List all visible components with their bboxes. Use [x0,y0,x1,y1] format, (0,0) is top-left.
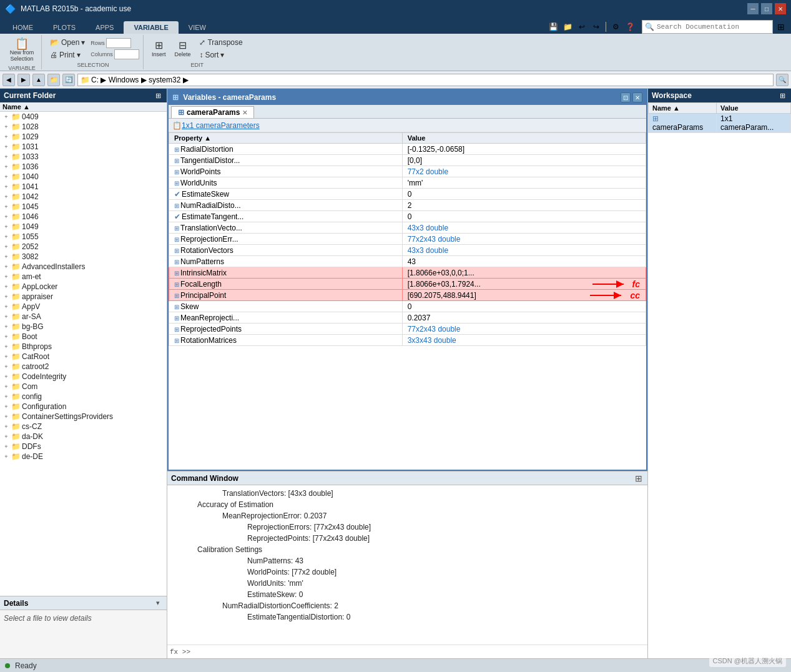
tree-item[interactable]: +📁1036 [0,162,167,172]
property-value-link[interactable]: 77x2x43 double [408,235,461,244]
expand-icon-btn[interactable]: ⊞ [775,21,787,33]
back-button[interactable]: ◀ [2,74,15,86]
var-window-undock-btn[interactable]: ⊡ [621,92,631,102]
tree-item[interactable]: +📁Bthprops [0,342,167,352]
columns-input[interactable] [114,49,139,59]
tree-item[interactable]: +📁AppLocker [0,282,167,292]
property-row[interactable]: ⊞TangentialDistor...[0,0] [169,155,646,166]
tab-apps[interactable]: APPS [86,21,124,34]
tree-item[interactable]: +📁1041 [0,182,167,192]
property-row[interactable]: ⊞IntrinsicMatrix[1.8066e+03,0,0;1... [169,267,646,279]
current-folder-expand-btn[interactable]: ⊞ [153,91,163,101]
tree-item[interactable]: +📁1045 [0,202,167,212]
open-button[interactable]: 📂 Open ▾ [47,37,88,48]
property-value-link[interactable]: 77x2 double [408,167,448,176]
details-expand-btn[interactable]: ▾ [153,598,163,608]
property-row[interactable]: ⊞NumPatterns43 [169,256,646,267]
rows-input[interactable] [106,38,131,48]
tab-home[interactable]: HOME [2,21,43,34]
tree-item[interactable]: +📁am-et [0,272,167,282]
tree-item[interactable]: +📁appraiser [0,292,167,302]
property-row[interactable]: ⊞NumRadialDisto...2 [169,200,646,211]
folder-icon-btn[interactable]: 📁 [561,21,574,33]
transpose-button[interactable]: ⤢ Transpose [196,37,245,48]
tree-item[interactable]: +📁de-DE [0,452,167,462]
tree-item[interactable]: +📁CodeIntegrity [0,372,167,382]
save-icon-btn[interactable]: 💾 [547,21,559,33]
workspace-expand-btn[interactable]: ⊞ [777,91,787,101]
tree-item[interactable]: +📁CatRoot [0,352,167,362]
tree-item[interactable]: +📁1031 [0,142,167,152]
property-row[interactable]: ✔EstimateTangent...0 [169,211,646,222]
cmd-expand-btn[interactable]: ⊞ [634,473,644,483]
property-row[interactable]: ⊞RotationVectors43x3 double [169,245,646,256]
tree-item[interactable]: +📁config [0,392,167,402]
tab-plots[interactable]: PLOTS [43,21,86,34]
tree-item[interactable]: +📁1046 [0,212,167,222]
property-row[interactable]: ⊞RadialDistortion[-0.1325,-0.0658] [169,144,646,155]
tree-item[interactable]: +📁da-DK [0,432,167,442]
refresh-button[interactable]: 🔄 [62,74,75,86]
new-from-selection-button[interactable]: 📋 New fromSelection [6,36,37,64]
tab-variable[interactable]: VARIABLE [124,21,178,34]
search-documentation-input[interactable] [657,23,770,31]
tree-item[interactable]: +📁1049 [0,222,167,232]
tree-item[interactable]: +📁1055 [0,232,167,242]
property-row[interactable]: ⊞WorldPoints77x2 double [169,166,646,177]
insert-button[interactable]: ⊞ Insert [149,37,169,59]
tree-item[interactable]: +📁3082 [0,252,167,262]
print-button[interactable]: 🖨 Print ▾ [47,49,88,61]
close-button[interactable]: ✕ [775,3,786,14]
property-row[interactable]: ⊞ReprojectedPoints77x2x43 double [169,324,646,335]
property-row[interactable]: ⊞PrincipalPoint[690.2075,488.9441] [169,290,646,301]
up-button[interactable]: ▲ [32,74,45,86]
property-row[interactable]: ⊞FocalLength[1.8066e+03,1.7924... [169,279,646,290]
forward-button[interactable]: ▶ [17,74,30,86]
property-row[interactable]: ⊞WorldUnits'mm' [169,177,646,189]
maximize-button[interactable]: □ [761,3,772,14]
tree-item[interactable]: +📁bg-BG [0,322,167,332]
property-row[interactable]: ⊞TranslationVecto...43x3 double [169,222,646,234]
minimize-button[interactable]: ─ [747,3,759,14]
cmd-input[interactable] [193,648,645,656]
tree-item[interactable]: +📁1029 [0,132,167,142]
tree-item[interactable]: +📁DDFs [0,442,167,452]
tree-item[interactable]: +📁AdvancedInstallers [0,262,167,272]
property-value-link[interactable]: 43x3 double [408,246,448,255]
property-row[interactable]: ⊞ReprojectionErr...77x2x43 double [169,234,646,245]
tree-item[interactable]: +📁ContainerSettingsProviders [0,412,167,422]
property-row[interactable]: ⊞RotationMatrices3x3x43 double [169,335,646,346]
tree-item[interactable]: +📁catroot2 [0,362,167,372]
tree-item[interactable]: +📁1042 [0,192,167,202]
property-row[interactable]: ✔EstimateSkew0 [169,189,646,200]
tree-item[interactable]: +📁Boot [0,332,167,342]
property-value-link[interactable]: 43x3 double [408,224,448,232]
help-icon-btn[interactable]: ❓ [624,21,636,33]
tree-item[interactable]: +📁1028 [0,122,167,132]
browse-button[interactable]: 📁 [47,74,60,86]
tree-item[interactable]: +📁AppV [0,302,167,312]
sort-button[interactable]: ↕ Sort ▾ [196,49,227,61]
var-tab-close-btn[interactable]: ✕ [242,109,247,116]
tree-item[interactable]: +📁Configuration [0,402,167,412]
tree-item[interactable]: +📁1033 [0,152,167,162]
delete-button[interactable]: ⊟ Delete [171,37,194,59]
var-tab-cameraparams[interactable]: ⊞ cameraParams ✕ [171,106,254,118]
tree-item[interactable]: +📁ar-SA [0,312,167,322]
tree-item[interactable]: +📁cs-CZ [0,422,167,432]
tree-item[interactable]: +📁2052 [0,242,167,252]
search-path-button[interactable]: 🔍 [776,74,789,86]
settings-icon-btn[interactable]: ⚙ [609,21,622,33]
property-row[interactable]: ⊞MeanReprojecti...0.2037 [169,312,646,324]
breadcrumb-link[interactable]: 1x1 cameraParameters [182,121,260,130]
tree-item[interactable]: +📁1040 [0,172,167,182]
property-row[interactable]: ⊞Skew0 [169,301,646,312]
var-window-close-btn[interactable]: ✕ [632,92,642,102]
tab-view[interactable]: VIEW [179,21,216,34]
workspace-row[interactable]: ⊞ cameraParams 1x1 cameraParam... [649,114,791,133]
redo-icon-btn[interactable]: ↪ [590,21,602,33]
undo-icon-btn[interactable]: ↩ [576,21,588,33]
property-value-link[interactable]: 3x3x43 double [408,336,456,345]
tree-item[interactable]: +📁Com [0,382,167,392]
tree-item[interactable]: +📁0409 [0,112,167,122]
